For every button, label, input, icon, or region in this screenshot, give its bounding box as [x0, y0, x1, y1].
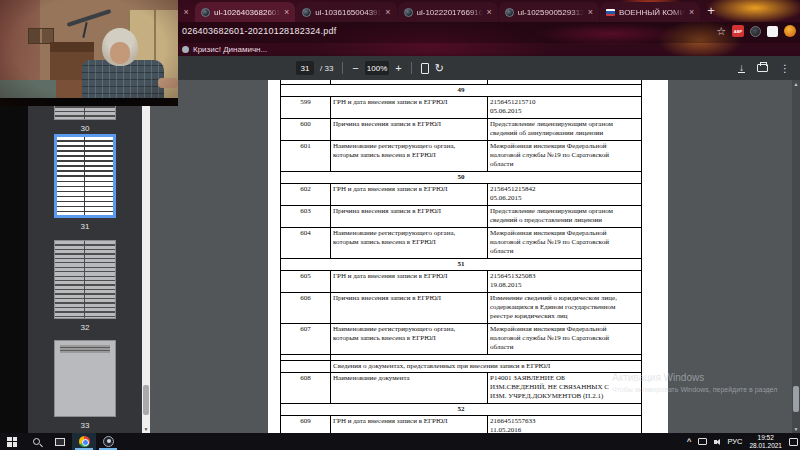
empty-cell	[331, 80, 488, 84]
network-icon[interactable]	[698, 438, 707, 445]
thumbnail-page-number: 30	[54, 124, 116, 133]
browser-tab-partial[interactable]: ×	[178, 2, 194, 22]
row-value-cell: 2166451557633 11.05.2016	[488, 416, 641, 433]
thumbnail-page-number: 31	[54, 222, 116, 231]
taskbar-clock[interactable]: 19:52 28.01.2021	[749, 434, 782, 449]
tab-close-icon[interactable]: ×	[385, 8, 390, 17]
clock-date: 28.01.2021	[749, 442, 782, 450]
tab-close-icon[interactable]: ×	[284, 8, 289, 17]
table-row-608: 608Наименование документаР14001 ЗАЯВЛЕНИ…	[281, 373, 641, 404]
tab-close-icon[interactable]: ×	[689, 8, 694, 17]
tab-close-icon[interactable]: ×	[588, 8, 593, 17]
browser-tab-5[interactable]: ВОЕННЫЙ КОМИССАР×	[600, 2, 700, 22]
windows-logo-icon	[7, 437, 17, 447]
table-row-600: 600Причина внесения записи в ЕГРЮЛПредст…	[281, 119, 641, 141]
pdf-viewer: 30313233 ▲ ▼ 49599ГРН и дата внесения за…	[0, 80, 800, 433]
row-number-cell: 606	[281, 293, 331, 323]
table-row-607: 607Наименование регистрирующего органа, …	[281, 324, 641, 355]
start-button[interactable]	[0, 433, 24, 450]
more-menu-icon[interactable]: ⋮	[780, 63, 790, 74]
thumbnail-image[interactable]	[54, 340, 116, 417]
divider	[411, 62, 412, 74]
sidebar-scrollbar[interactable]: ▲ ▼	[142, 80, 150, 433]
tab-label: ul-1026403682601-202	[214, 8, 280, 17]
empty-cell	[281, 80, 331, 84]
extensions-puzzle-icon[interactable]	[767, 26, 778, 37]
rotate-icon[interactable]: ↻	[435, 63, 444, 74]
row-label-cell: ГРН и дата внесения записи в ЕГРЮЛ	[331, 184, 488, 205]
empty-cell	[281, 355, 331, 360]
browser-tab-3[interactable]: ul-1022201766916-202×	[398, 2, 498, 22]
page-thumbnail-33[interactable]: 33	[54, 340, 116, 430]
table-row-602: 602ГРН и дата внесения записи в ЕГРЮЛ215…	[281, 184, 641, 206]
egrul-table: 49599ГРН и дата внесения записи в ЕГРЮЛ2…	[280, 80, 642, 433]
empty-cell	[331, 355, 641, 360]
tab-label: ВОЕННЫЙ КОМИССАР	[619, 8, 685, 17]
table-row-605: 605ГРН и дата внесения записи в ЕГРЮЛ215…	[281, 271, 641, 293]
row-value-cell: Изменение сведений о юридическом лице, с…	[488, 293, 641, 323]
row-label-cell: Наименование регистрирующего органа, кот…	[331, 228, 488, 258]
new-tab-button[interactable]: +	[707, 3, 715, 18]
tray-expand-chevron-icon[interactable]: ^	[687, 437, 692, 446]
page-thumbnail-31[interactable]: 31	[54, 134, 116, 231]
search-button[interactable]	[24, 433, 48, 450]
task-view-button[interactable]	[48, 433, 72, 450]
row-value-cell: 2156451215842 05.06.2015	[488, 184, 641, 205]
table-row-span: Сведения о документах, представленных пр…	[281, 361, 641, 373]
browser-tab-1[interactable]: ul-1026403682601-202×	[195, 2, 295, 22]
tab-close-icon[interactable]: ×	[487, 8, 492, 17]
chrome-taskbar-button[interactable]	[72, 433, 96, 450]
document-scrollbar[interactable]: ▲ ▼	[792, 80, 800, 433]
tab-close-icon[interactable]: ×	[183, 8, 188, 17]
scrollbar-thumb[interactable]	[143, 385, 149, 415]
thumbnail-sidebar: 30313233	[28, 80, 142, 433]
row-label-cell: Наименование регистрирующего органа, кот…	[331, 141, 488, 171]
language-indicator[interactable]: РУС	[727, 437, 742, 446]
page-thumbnail-32[interactable]: 32	[54, 240, 116, 332]
scrollbar-thumb[interactable]	[793, 386, 799, 412]
zoom-level-value[interactable]: 100%	[365, 61, 389, 75]
zoom-in-button[interactable]: +	[395, 63, 401, 74]
site-favicon	[201, 8, 210, 17]
download-icon[interactable]: ↓	[738, 63, 745, 73]
thumbnail-page-number: 33	[54, 421, 116, 430]
thumbnail-image[interactable]	[54, 240, 116, 319]
bookmark-star-icon[interactable]: ☆	[716, 26, 726, 37]
browser-tab-4[interactable]: ul-1025900529313-202×	[499, 2, 599, 22]
scroll-down-icon[interactable]: ▼	[142, 425, 150, 433]
print-icon[interactable]	[757, 64, 768, 72]
row-label-cell: ГРН и дата внесения записи в ЕГРЮЛ	[331, 416, 488, 433]
row-value-cell: 2156451215710 05.06.2015	[488, 97, 641, 118]
url-text[interactable]: 026403682601-20210128182324.pdf	[182, 26, 336, 36]
row-value-cell: Межрайонная инспекция Федеральной налого…	[488, 228, 641, 258]
zoom-out-button[interactable]: −	[352, 63, 358, 74]
divider	[342, 62, 343, 74]
system-tray: ^ РУС 19:52 28.01.2021	[687, 433, 798, 450]
row-value-cell: Представление лицензирующим органом свед…	[488, 206, 641, 227]
obs-taskbar-button[interactable]	[96, 433, 120, 450]
scroll-down-icon[interactable]: ▼	[792, 425, 800, 433]
scroll-up-icon[interactable]: ▲	[792, 80, 800, 88]
address-bar-icons: ☆ ABP	[716, 25, 796, 37]
table-row-603: 603Причина внесения записи в ЕГРЮЛПредст…	[281, 206, 641, 228]
bookmark-item[interactable]: Кризис! Динамичн...	[182, 45, 267, 54]
row-value-cell: Межрайонная инспекция Федеральной налого…	[488, 324, 641, 354]
row-number-cell: 609	[281, 416, 331, 433]
row-value-cell: Представление лицензирующим органом свед…	[488, 119, 641, 140]
table-row-section: 50	[281, 172, 641, 184]
adblock-extension-icon[interactable]: ABP	[732, 25, 744, 37]
volume-icon[interactable]	[714, 439, 720, 445]
left-black-strip	[0, 80, 28, 433]
thumbnail-image[interactable]	[54, 134, 116, 218]
bookmark-favicon	[182, 46, 189, 53]
site-favicon	[404, 8, 413, 17]
row-number-cell: 608	[281, 373, 331, 403]
browser-tab-2[interactable]: ul-1036165004391-202×	[296, 2, 396, 22]
row-number-cell: 603	[281, 206, 331, 227]
profile-avatar[interactable]	[784, 25, 796, 37]
extension-icon[interactable]	[750, 26, 761, 37]
fit-page-icon[interactable]	[421, 63, 429, 74]
action-center-icon[interactable]	[789, 438, 798, 446]
page-number-input[interactable]: 31	[296, 61, 314, 75]
row-label-cell: ГРН и дата внесения записи в ЕГРЮЛ	[331, 271, 488, 292]
